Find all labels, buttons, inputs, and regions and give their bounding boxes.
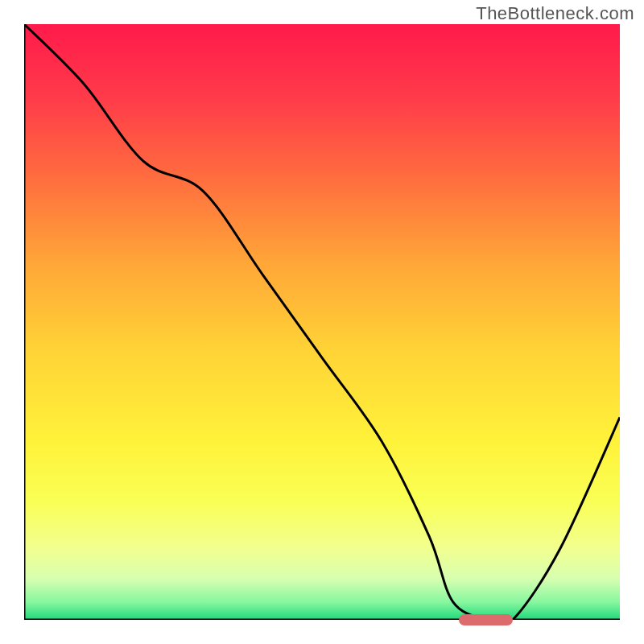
watermark-text: TheBottleneck.com [476, 3, 634, 24]
plot-area [24, 24, 620, 620]
plot-svg [24, 24, 620, 620]
chart-container: TheBottleneck.com [0, 0, 644, 644]
gradient-background [24, 24, 620, 620]
optimal-marker [459, 614, 513, 625]
